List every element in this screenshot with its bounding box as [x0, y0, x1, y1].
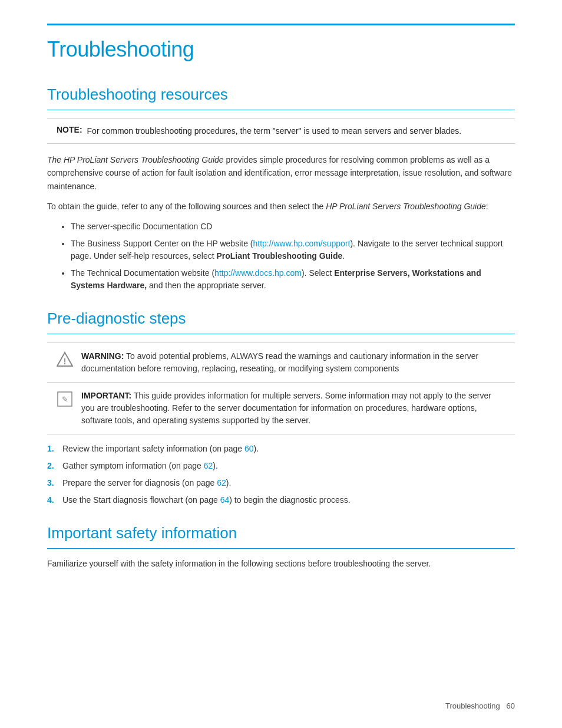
- pre-diag-boxes: ! WARNING: To avoid potential problems, …: [47, 342, 515, 434]
- section-important-safety: Important safety information Familiarize…: [47, 524, 515, 570]
- top-rule: [47, 24, 515, 25]
- important-box: ✎ IMPORTANT: This guide provides informa…: [47, 383, 515, 434]
- list-item: 2. Gather symptom information (on page 6…: [47, 460, 515, 472]
- page-link-62a[interactable]: 62: [204, 461, 213, 470]
- list-item: The server-specific Documentation CD: [71, 220, 515, 233]
- section-heading-pre-diag: Pre-diagnostic steps: [47, 309, 515, 328]
- important-label: IMPORTANT:: [81, 391, 131, 400]
- warning-label: WARNING:: [81, 351, 124, 361]
- warning-box: ! WARNING: To avoid potential problems, …: [47, 342, 515, 383]
- page-link-60[interactable]: 60: [244, 444, 254, 453]
- list-item: 4. Use the Start diagnosis flowchart (on…: [47, 494, 515, 506]
- svg-text:✎: ✎: [62, 395, 68, 404]
- note-text: For common troubleshooting procedures, t…: [87, 125, 462, 137]
- section-troubleshooting-resources: Troubleshooting resources NOTE: For comm…: [47, 85, 515, 292]
- section-rule-pre-diag: [47, 334, 515, 334]
- page-title: Troubleshooting: [47, 37, 515, 62]
- step-text-4: Use the Start diagnosis flowchart (on pa…: [62, 494, 351, 506]
- list-item: The Business Support Center on the HP we…: [71, 238, 515, 262]
- section-heading-safety: Important safety information: [47, 524, 515, 542]
- step-num-3: 3.: [47, 477, 58, 489]
- resources-paragraph-2: To obtain the guide, refer to any of the…: [47, 200, 515, 213]
- italic-text-2: HP ProLiant Servers Troubleshooting Guid…: [326, 202, 486, 211]
- important-content: IMPORTANT: This guide provides informati…: [81, 390, 505, 427]
- section-rule-safety: [47, 548, 515, 549]
- warning-content: WARNING: To avoid potential problems, AL…: [81, 350, 505, 375]
- hp-support-link[interactable]: http://www.hp.com/support: [253, 239, 350, 248]
- note-label: NOTE:: [57, 125, 82, 137]
- safety-body-text: Familiarize yourself with the safety inf…: [47, 557, 515, 570]
- warning-icon: !: [57, 351, 73, 368]
- list-item: 3. Prepare the server for diagnosis (on …: [47, 477, 515, 489]
- step-text-1: Review the important safety information …: [62, 443, 259, 455]
- step-num-2: 2.: [47, 460, 58, 472]
- footer-page-num: 60: [507, 701, 515, 710]
- proliant-guide-label: ProLiant Troubleshooting Guide: [216, 251, 342, 261]
- page-link-64[interactable]: 64: [220, 495, 230, 505]
- important-icon: ✎: [57, 391, 73, 407]
- list-item: The Technical Documentation website (htt…: [71, 267, 515, 292]
- page: Troubleshooting Troubleshooting resource…: [0, 0, 562, 728]
- list-item: 1. Review the important safety informati…: [47, 443, 515, 455]
- page-link-62b[interactable]: 62: [217, 478, 226, 487]
- italic-text-1: The HP ProLiant Servers Troubleshooting …: [47, 155, 224, 164]
- resources-paragraph-1: The HP ProLiant Servers Troubleshooting …: [47, 153, 515, 193]
- important-text: This guide provides information for mult…: [81, 391, 491, 425]
- step-text-2: Gather symptom information (on page 62).: [62, 460, 218, 472]
- warning-text: To avoid potential problems, ALWAYS read…: [81, 351, 478, 373]
- step-text-3: Prepare the server for diagnosis (on pag…: [62, 477, 231, 489]
- note-box: NOTE: For common troubleshooting procedu…: [47, 118, 515, 144]
- step-num-1: 1.: [47, 443, 58, 455]
- section-heading-resources: Troubleshooting resources: [47, 85, 515, 104]
- pre-diag-steps: 1. Review the important safety informati…: [47, 443, 515, 506]
- docs-hp-link[interactable]: http://www.docs.hp.com: [214, 268, 302, 278]
- footer: Troubleshooting 60: [445, 701, 515, 710]
- svg-text:!: !: [64, 357, 67, 366]
- footer-text: Troubleshooting: [445, 701, 500, 710]
- section-rule-resources: [47, 110, 515, 110]
- step-num-4: 4.: [47, 494, 58, 506]
- resources-bullet-list: The server-specific Documentation CD The…: [71, 220, 515, 292]
- section-pre-diagnostic: Pre-diagnostic steps ! WARNING: To avoid…: [47, 309, 515, 506]
